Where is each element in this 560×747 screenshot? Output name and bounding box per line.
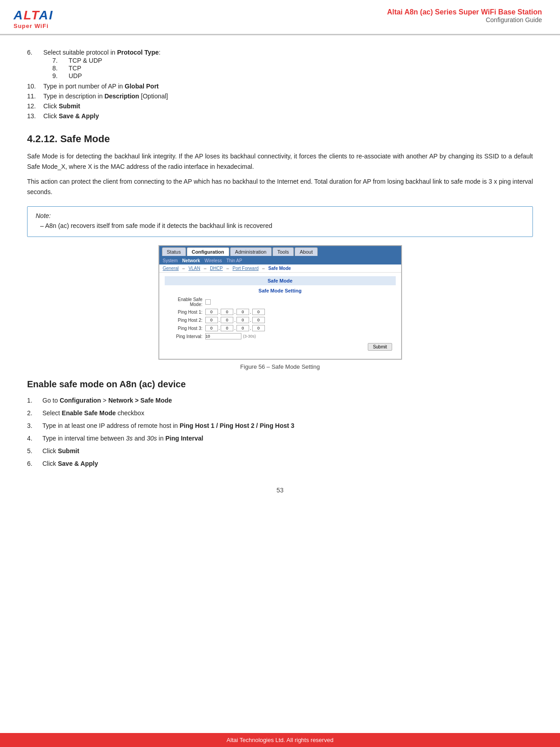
step1-config: Configuration [60, 397, 101, 404]
mini-ping3-row: Ping Host 3: . . . [165, 325, 396, 331]
mini-ping3-oct3[interactable] [236, 325, 249, 331]
step5-submit: Submit [58, 447, 79, 455]
mini-submit-button[interactable]: Submit [368, 343, 392, 351]
mini-ui: Status Configuration Administration Tool… [159, 246, 402, 359]
step1-network-safemode: Network > Safe Mode [108, 397, 172, 404]
global-port-bold: Global Port [125, 83, 158, 90]
mini-enable-row: Enable Safe Mode: [165, 297, 396, 307]
header-title-sub: Configuration Guide [387, 16, 542, 23]
step4-pinginterval: Ping Interval [165, 435, 203, 442]
mini-ping3-oct1[interactable] [205, 325, 218, 331]
mini-tab-configuration[interactable]: Configuration [187, 247, 229, 256]
mini-enable-label: Enable Safe Mode: [165, 297, 205, 307]
mini-nav-bar: Status Configuration Administration Tool… [159, 246, 401, 257]
mini-ping1-label: Ping Host 1: [165, 310, 205, 315]
mini-sub-wireless[interactable]: Wireless [204, 258, 222, 263]
list-item-10: Click Save & Apply [27, 112, 533, 120]
crumb-vlan[interactable]: VLAN [189, 266, 200, 271]
logo-super-wifi: Super WiFi [14, 23, 49, 29]
mini-sub-system[interactable]: System [163, 258, 178, 263]
section-para1: Safe Mode is for detecting the backhaul … [27, 151, 533, 172]
submit-bold: Submit [59, 102, 80, 110]
logo-area: ALTAI Super WiFi [14, 8, 53, 29]
description-bold: Description [104, 93, 139, 100]
step-3: Type in at least one IP address of remot… [27, 421, 533, 431]
mini-sub-nav: System Network Wireless Thin AP [159, 257, 401, 264]
mini-sub-thinap[interactable]: Thin AP [227, 258, 242, 263]
save-apply-bold: Save & Apply [59, 112, 99, 120]
mini-interval-hint: (3-30s) [243, 334, 256, 339]
mini-tab-status[interactable]: Status [162, 247, 186, 256]
mini-ping3-oct4[interactable] [252, 325, 265, 331]
crumb-safemode: Safe Mode [268, 266, 291, 271]
crumb-portforward[interactable]: Port Forward [232, 266, 259, 271]
step3-pinghost: Ping Host 1 / Ping Host 2 / Ping Host 3 [180, 422, 294, 429]
mini-tab-administration[interactable]: Administration [230, 247, 272, 256]
mini-sub-network[interactable]: Network [182, 258, 200, 263]
mini-interval-input[interactable] [205, 333, 241, 339]
list-item-6: Select suitable protocol in Protocol Typ… [27, 49, 533, 80]
logo-altai: ALTAI [14, 8, 53, 23]
crumb-dhcp[interactable]: DHCP [210, 266, 222, 271]
step4-30s: 30s [147, 435, 157, 442]
mini-ping3-oct2[interactable] [221, 325, 233, 331]
header-title-main: Altai A8n (ac) Series Super WiFi Base St… [387, 8, 542, 16]
mini-ping2-label: Ping Host 2: [165, 318, 205, 323]
mini-ping2-row: Ping Host 2: . . . [165, 317, 396, 323]
mini-ping2-oct2[interactable] [221, 317, 233, 323]
step-4: Type in interval time between 3s and 30s… [27, 434, 533, 443]
steps-list: Go to Configuration > Network > Safe Mod… [27, 396, 533, 469]
crumb-sep1: – [182, 266, 185, 271]
note-item: A8n (ac) recovers itself from safe mode … [36, 221, 524, 231]
mini-ping3-label: Ping Host 3: [165, 326, 205, 331]
mini-enable-checkbox[interactable] [205, 299, 211, 305]
mini-ping1-oct2[interactable] [221, 309, 233, 315]
protocol-sub-list: TCP & UDP TCP UDP [43, 57, 533, 79]
list-item-7: Type in port number of AP in Global Port [27, 83, 533, 90]
mini-ping2-oct3[interactable] [236, 317, 249, 323]
mini-interval-row: Ping Interval: (3-30s) [165, 333, 396, 339]
step6-save-apply: Save & Apply [58, 460, 98, 467]
enable-section-heading: Enable safe mode on A8n (ac) device [27, 379, 533, 390]
crumb-sep3: – [227, 266, 229, 271]
section-heading: 4.2.12. Safe Mode [27, 133, 533, 145]
protocol-udp: UDP [43, 72, 533, 79]
page-header: ALTAI Super WiFi Altai A8n (ac) Series S… [0, 0, 560, 35]
mini-section-title: Safe Mode [165, 276, 396, 285]
crumb-general[interactable]: General [163, 266, 179, 271]
protocol-tcp-udp: TCP & UDP [43, 57, 533, 64]
figure-caption: Figure 56 – Safe Mode Setting [27, 363, 533, 370]
step-5: Click Submit [27, 446, 533, 456]
mini-ping2-oct1[interactable] [205, 317, 218, 323]
mini-tab-about[interactable]: About [295, 247, 318, 256]
crumb-sep4: – [262, 266, 265, 271]
crumb-sep2: – [204, 266, 207, 271]
step-6: Click Save & Apply [27, 459, 533, 469]
mini-content-area: Safe Mode Safe Mode Setting Enable Safe … [159, 273, 401, 359]
footer-bar: Altai Technologies Ltd. All rights reser… [0, 733, 560, 747]
mini-interval-label: Ping Interval: [165, 334, 205, 339]
protocol-tcp: TCP [43, 65, 533, 72]
mini-ping1-oct1[interactable] [205, 309, 218, 315]
page-number: 53 [27, 487, 533, 494]
mini-ping2-oct4[interactable] [252, 317, 265, 323]
mini-page-title: Safe Mode Setting [165, 288, 396, 293]
figure-container: Status Configuration Administration Tool… [158, 245, 402, 360]
intro-list: Select suitable protocol in Protocol Typ… [27, 49, 533, 120]
step4-3s: 3s [126, 435, 133, 442]
note-title: Note: [36, 212, 524, 219]
mini-ping1-row: Ping Host 1: . . . [165, 309, 396, 315]
main-content: Select suitable protocol in Protocol Typ… [0, 35, 560, 525]
list-item-8: Type in description in Description [Opti… [27, 93, 533, 100]
mini-breadcrumb: General – VLAN – DHCP – Port Forward – S… [159, 264, 401, 273]
mini-ping1-oct3[interactable] [236, 309, 249, 315]
header-title-area: Altai A8n (ac) Series Super WiFi Base St… [387, 8, 542, 23]
footer-copyright: Altai Technologies Ltd. All rights reser… [227, 737, 333, 743]
mini-submit-row: Submit [165, 343, 396, 351]
mini-tab-tools[interactable]: Tools [273, 247, 294, 256]
mini-ping1-oct4[interactable] [252, 309, 265, 315]
step-2: Select Enable Safe Mode checkbox [27, 408, 533, 418]
protocol-type-bold: Protocol Type [117, 49, 158, 56]
note-box: Note: A8n (ac) recovers itself from safe… [27, 206, 533, 237]
step-1: Go to Configuration > Network > Safe Mod… [27, 396, 533, 405]
